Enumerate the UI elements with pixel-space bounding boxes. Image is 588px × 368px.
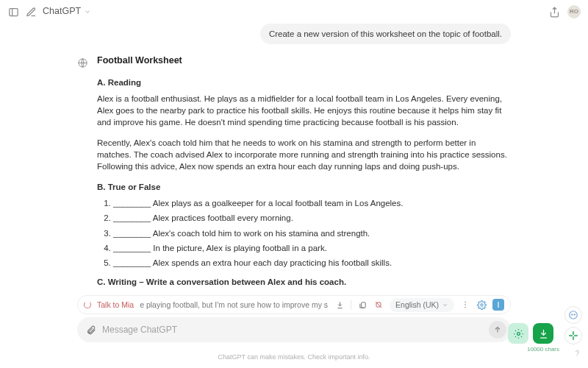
list-item: ________ In the picture, Alex is playing… bbox=[113, 242, 511, 254]
composer: Message ChatGPT 10000 chars bbox=[77, 317, 511, 342]
section-b-heading: B. True or False bbox=[97, 181, 511, 193]
bottom-area: Talk to Mia e playing football, but I'm … bbox=[0, 295, 588, 368]
list-item: ________ Alex's coach told him to work o… bbox=[113, 227, 511, 239]
svg-point-11 bbox=[572, 314, 573, 315]
chevron-down-icon bbox=[84, 8, 91, 15]
gear-icon[interactable] bbox=[476, 300, 487, 310]
svg-rect-0 bbox=[9, 8, 17, 15]
chevron-down-icon bbox=[442, 302, 448, 308]
extension-bar: Talk to Mia e playing football, but I'm … bbox=[77, 295, 511, 314]
list-item: ________ Alex practices football every m… bbox=[113, 212, 511, 224]
app-widget-button[interactable] bbox=[564, 327, 582, 344]
cursor-chip-icon[interactable]: I bbox=[492, 299, 504, 311]
svg-point-10 bbox=[570, 311, 578, 319]
list-item: ________ Alex plays as a goalkeeper for … bbox=[113, 197, 511, 209]
language-picker[interactable]: English (UK) bbox=[390, 298, 454, 312]
svg-rect-3 bbox=[361, 302, 365, 308]
user-message: Create a new version of this worksheet o… bbox=[260, 24, 511, 44]
reading-p1: Alex is a football enthusiast. He plays … bbox=[97, 93, 511, 128]
chat-scroll: Create a new version of this worksheet o… bbox=[0, 18, 588, 306]
language-label: English (UK) bbox=[395, 300, 439, 311]
chars-label: 10000 chars bbox=[527, 345, 559, 353]
list-item: ________ Alex spends an extra hour each … bbox=[113, 257, 511, 269]
share-icon[interactable] bbox=[548, 6, 560, 18]
model-picker[interactable]: ChatGPT bbox=[43, 5, 91, 18]
loading-spinner-icon bbox=[84, 301, 91, 308]
download-small-icon[interactable] bbox=[334, 300, 345, 310]
svg-point-8 bbox=[480, 304, 482, 306]
svg-point-6 bbox=[465, 305, 466, 306]
worksheet-title: Football Worksheet bbox=[97, 54, 511, 68]
assistant-logo-icon bbox=[77, 57, 88, 68]
help-icon[interactable]: ? bbox=[575, 349, 579, 359]
svg-point-5 bbox=[465, 302, 466, 303]
footer-disclaimer: ChatGPT can make mistakes. Check importa… bbox=[0, 353, 588, 362]
message-placeholder: Message ChatGPT bbox=[102, 324, 177, 336]
context-snippet: e playing football, but I'm not sure how… bbox=[140, 300, 329, 311]
true-false-list: ________ Alex plays as a goalkeeper for … bbox=[97, 197, 511, 268]
avatar[interactable]: RO bbox=[567, 5, 581, 18]
more-vertical-icon[interactable] bbox=[460, 300, 470, 310]
assistant-message: Football Worksheet A. Reading Alex is a … bbox=[77, 54, 511, 306]
sidebar-toggle-icon[interactable] bbox=[7, 6, 19, 18]
send-button[interactable] bbox=[489, 321, 506, 339]
attachment-icon[interactable] bbox=[86, 325, 96, 335]
message-input[interactable]: Message ChatGPT bbox=[77, 317, 511, 342]
new-chat-icon[interactable] bbox=[25, 6, 37, 18]
section-a-heading: A. Reading bbox=[97, 77, 511, 88]
divider bbox=[351, 300, 351, 310]
svg-point-12 bbox=[574, 314, 575, 315]
svg-point-9 bbox=[517, 333, 520, 336]
app-title: ChatGPT bbox=[43, 5, 81, 18]
assistant-widget-button[interactable] bbox=[564, 306, 582, 324]
reading-p2: Recently, Alex's coach told him that he … bbox=[97, 137, 511, 172]
save-pill-button[interactable]: 10000 chars bbox=[533, 323, 553, 344]
clipboard-icon[interactable] bbox=[357, 300, 368, 310]
talk-to-mia-button[interactable]: Talk to Mia bbox=[97, 300, 134, 311]
settings-pill-button[interactable] bbox=[508, 323, 528, 344]
section-c-heading: C. Writing – Write a conversation betwee… bbox=[97, 276, 511, 288]
strike-icon[interactable] bbox=[373, 300, 384, 310]
svg-point-7 bbox=[465, 307, 466, 308]
